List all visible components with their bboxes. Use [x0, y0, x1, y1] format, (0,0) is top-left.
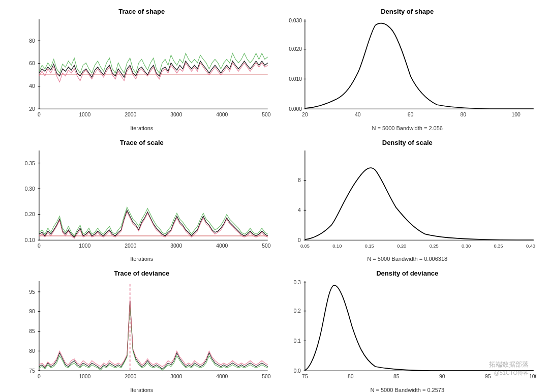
svg-text:2000: 2000: [125, 374, 136, 380]
svg-text:0.35: 0.35: [25, 161, 35, 166]
svg-text:85: 85: [29, 328, 35, 334]
svg-text:60: 60: [29, 61, 35, 66]
svg-text:0.020: 0.020: [289, 46, 302, 52]
svg-text:95: 95: [484, 374, 491, 380]
svg-text:0.030: 0.030: [289, 18, 302, 23]
density-shape-footer: N = 5000 Bandwidth = 2.056: [372, 125, 443, 131]
svg-text:0.10: 0.10: [332, 244, 342, 249]
svg-text:40: 40: [29, 83, 35, 89]
svg-text:3000: 3000: [170, 243, 182, 249]
svg-text:100: 100: [529, 374, 536, 380]
svg-text:0: 0: [298, 237, 301, 243]
svg-text:4000: 4000: [216, 243, 228, 249]
trace-shape-panel: Trace of shape 20 40 60 80 0 1000 2000 3…: [10, 5, 273, 134]
density-deviance-title: Density of deviance: [376, 269, 438, 277]
svg-text:0.10: 0.10: [25, 237, 35, 243]
trace-shape-xlabel: Iterations: [130, 125, 153, 131]
svg-text:0.30: 0.30: [462, 244, 471, 249]
density-scale-panel: Density of scale 0 4 8 0.05 0.10 0.15 0.…: [276, 136, 539, 265]
trace-deviance-title: Trace of deviance: [114, 269, 169, 277]
svg-text:2000: 2000: [125, 243, 136, 249]
svg-text:80: 80: [29, 38, 35, 44]
trace-deviance-panel: Trace of deviance 75 80 85 90 95 0 1000 …: [10, 267, 273, 392]
density-shape-title: Density of shape: [381, 8, 434, 15]
trace-shape-area: 20 40 60 80 0 1000 2000 3000 4000 5000: [13, 16, 271, 124]
svg-text:0.010: 0.010: [289, 76, 302, 82]
svg-text:0.20: 0.20: [25, 212, 35, 217]
svg-text:0.05: 0.05: [300, 244, 309, 249]
svg-text:0.000: 0.000: [289, 106, 302, 112]
svg-text:0: 0: [38, 374, 41, 380]
svg-text:3000: 3000: [170, 374, 182, 380]
trace-shape-title: Trace of shape: [118, 8, 165, 15]
svg-text:75: 75: [302, 374, 308, 380]
svg-text:0.3: 0.3: [293, 280, 301, 285]
svg-text:0.40: 0.40: [526, 244, 535, 249]
svg-text:0: 0: [38, 243, 41, 249]
trace-deviance-xlabel: Iterations: [130, 387, 153, 392]
svg-text:4: 4: [298, 207, 301, 213]
svg-text:90: 90: [439, 374, 445, 380]
svg-text:4000: 4000: [216, 374, 228, 380]
svg-text:0.35: 0.35: [494, 244, 503, 249]
density-deviance-footer: N = 5000 Bandwidth = 0.2573: [370, 387, 444, 392]
trace-scale-title: Trace of scale: [120, 139, 164, 146]
trace-scale-panel: Trace of scale 0.10 0.20 0.30 0.35 0 100…: [10, 136, 273, 265]
density-deviance-panel: Density of deviance 0.0 0.1 0.2 0.3 75 8…: [276, 267, 539, 392]
trace-deviance-area: 75 80 85 90 95 0 1000 2000 3000 4000 500…: [13, 278, 271, 386]
svg-text:1000: 1000: [79, 243, 90, 249]
svg-text:60: 60: [407, 112, 413, 117]
svg-text:0.15: 0.15: [364, 244, 374, 249]
svg-text:5000: 5000: [262, 374, 270, 380]
svg-text:5000: 5000: [262, 243, 270, 249]
svg-text:4000: 4000: [216, 112, 228, 117]
density-shape-area: 0.000 0.010 0.020 0.030 20 40 60 80 100: [279, 16, 537, 124]
svg-text:80: 80: [460, 112, 466, 117]
svg-text:80: 80: [29, 348, 35, 354]
svg-text:85: 85: [393, 374, 400, 380]
svg-text:0.2: 0.2: [293, 308, 301, 314]
svg-text:90: 90: [29, 309, 35, 314]
svg-text:1000: 1000: [79, 374, 90, 380]
density-shape-panel: Density of shape 0.000 0.010 0.020 0.030…: [276, 5, 539, 134]
svg-text:5000: 5000: [262, 112, 270, 117]
density-scale-title: Density of scale: [382, 139, 433, 146]
svg-text:0.0: 0.0: [293, 368, 301, 374]
density-scale-footer: N = 5000 Bandwidth = 0.006318: [367, 256, 447, 262]
svg-text:20: 20: [29, 106, 35, 112]
svg-text:2000: 2000: [125, 112, 136, 117]
svg-text:80: 80: [348, 374, 354, 380]
svg-text:95: 95: [29, 289, 35, 295]
density-scale-area: 0 4 8 0.05 0.10 0.15 0.20 0.25 0.30 0.35…: [279, 147, 537, 255]
svg-text:0: 0: [38, 112, 41, 117]
svg-text:3000: 3000: [170, 112, 182, 117]
page-container: Trace of shape 20 40 60 80 0 1000 2000 3…: [0, 0, 549, 392]
svg-text:100: 100: [511, 112, 520, 117]
svg-text:8: 8: [298, 177, 301, 183]
svg-text:0.25: 0.25: [429, 244, 438, 249]
density-deviance-area: 0.0 0.1 0.2 0.3 75 80 85 90 95 100: [279, 278, 537, 386]
svg-text:1000: 1000: [79, 112, 90, 117]
trace-scale-xlabel: Iterations: [130, 256, 153, 262]
svg-text:0.20: 0.20: [397, 244, 406, 249]
trace-scale-area: 0.10 0.20 0.30 0.35 0 1000 2000 3000 400…: [13, 147, 271, 255]
svg-text:0.1: 0.1: [293, 338, 301, 344]
svg-text:0.30: 0.30: [25, 186, 35, 191]
svg-text:75: 75: [29, 368, 35, 374]
svg-text:40: 40: [354, 112, 360, 117]
svg-text:20: 20: [302, 112, 308, 117]
